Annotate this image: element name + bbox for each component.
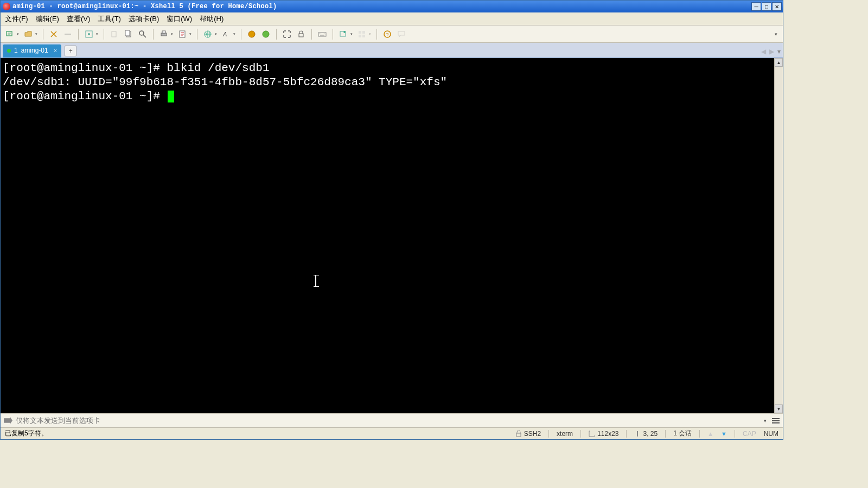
toolbar-separator bbox=[276, 29, 277, 40]
reconnect-button[interactable] bbox=[48, 28, 60, 40]
text-cursor-icon bbox=[315, 275, 316, 287]
download-icon: ▼ bbox=[721, 431, 727, 437]
svg-rect-17 bbox=[359, 31, 361, 34]
fullscreen-button[interactable] bbox=[281, 28, 293, 40]
tab-next-button[interactable]: ▶ bbox=[769, 48, 774, 55]
copy-button[interactable] bbox=[108, 28, 120, 40]
toolbar-separator bbox=[311, 29, 312, 40]
new-tab-button[interactable] bbox=[337, 28, 349, 40]
maximize-button[interactable]: □ bbox=[762, 2, 771, 11]
language-button[interactable] bbox=[202, 28, 214, 40]
send-icon bbox=[4, 417, 12, 425]
send-input[interactable] bbox=[16, 416, 758, 425]
help-button[interactable]: ? bbox=[381, 28, 393, 40]
minimize-button[interactable]: ─ bbox=[751, 2, 761, 11]
svg-text:A: A bbox=[222, 31, 227, 37]
app-window: aming-01 - root@aminglinux-01:~ - Xshell… bbox=[0, 0, 783, 440]
menu-tabs[interactable]: 选项卡(B) bbox=[129, 14, 159, 24]
scroll-track[interactable] bbox=[775, 67, 783, 404]
xftp-button[interactable] bbox=[246, 28, 258, 40]
output-1: /dev/sdb1: UUID="99f9b618-f351-4fbb-8d57… bbox=[3, 76, 447, 88]
vertical-scrollbar[interactable]: ▲ ▼ bbox=[774, 58, 783, 413]
print-button[interactable] bbox=[158, 28, 170, 40]
tab-session-1[interactable]: 1 aming-01 × bbox=[3, 44, 61, 57]
tab-list-button[interactable]: ▾ bbox=[777, 48, 781, 55]
close-button[interactable]: ✕ bbox=[772, 2, 782, 11]
svg-point-6 bbox=[139, 31, 144, 35]
prompt-1: [root@aminglinux-01 ~]# bbox=[3, 62, 167, 74]
toolbar-separator bbox=[43, 29, 43, 40]
toolbar-separator bbox=[376, 29, 377, 40]
status-size: 112x23 bbox=[589, 430, 618, 438]
cursor-pos-icon bbox=[634, 431, 641, 437]
arrange-button[interactable] bbox=[356, 28, 368, 40]
keyboard-button[interactable] bbox=[316, 28, 328, 40]
status-separator bbox=[548, 430, 549, 438]
tab-close-button[interactable]: × bbox=[54, 47, 57, 54]
svg-rect-0 bbox=[7, 31, 12, 36]
disconnect-button[interactable] bbox=[62, 28, 74, 40]
status-separator bbox=[665, 430, 666, 438]
scroll-down-button[interactable]: ▼ bbox=[775, 404, 783, 413]
menu-view[interactable]: 查看(V) bbox=[67, 14, 90, 24]
menu-window[interactable]: 窗口(W) bbox=[167, 14, 192, 24]
svg-text:?: ? bbox=[386, 32, 389, 37]
scroll-up-button[interactable]: ▲ bbox=[775, 58, 783, 67]
app-icon bbox=[3, 3, 10, 10]
toolbar-separator bbox=[104, 29, 104, 40]
status-sessions: 1 会话 bbox=[673, 429, 692, 438]
cmd-1: blkid /dev/sdb1 bbox=[167, 62, 269, 74]
svg-point-2 bbox=[88, 33, 90, 35]
statusbar: 已复制5字符。 SSH2 xterm 112x23 3, 25 1 会话 ▲ ▼… bbox=[1, 427, 783, 439]
connection-status-icon bbox=[7, 49, 11, 53]
cursor-icon bbox=[168, 91, 174, 102]
properties-button[interactable] bbox=[83, 28, 95, 40]
menu-tools[interactable]: 工具(T) bbox=[98, 14, 121, 24]
svg-rect-8 bbox=[162, 31, 165, 33]
status-cap: CAP bbox=[743, 430, 756, 438]
log-button[interactable] bbox=[176, 28, 188, 40]
new-session-button[interactable] bbox=[4, 28, 16, 40]
font-button[interactable]: A bbox=[220, 28, 232, 40]
svg-rect-18 bbox=[362, 31, 365, 34]
lock-button[interactable] bbox=[295, 28, 307, 40]
tab-prev-button[interactable]: ◀ bbox=[761, 48, 766, 55]
status-ssh: SSH2 bbox=[515, 430, 541, 438]
menu-file[interactable]: 文件(F) bbox=[5, 14, 28, 24]
toolbar-overflow-button[interactable]: ▾ bbox=[775, 31, 777, 37]
lock-icon bbox=[515, 431, 522, 437]
toolbar: A ? ▾ bbox=[1, 25, 783, 43]
tab-index: 1 bbox=[14, 47, 18, 54]
svg-point-13 bbox=[263, 31, 269, 37]
add-tab-button[interactable]: + bbox=[65, 46, 76, 56]
terminal[interactable]: [root@aminglinux-01 ~]# blkid /dev/sdb1 … bbox=[1, 58, 774, 413]
xagent-button[interactable] bbox=[260, 28, 272, 40]
svg-rect-14 bbox=[299, 34, 303, 37]
prompt-2: [root@aminglinux-01 ~]# bbox=[3, 90, 167, 102]
tab-label: aming-01 bbox=[21, 47, 48, 54]
menu-edit[interactable]: 编辑(E) bbox=[36, 14, 59, 24]
toolbar-separator bbox=[197, 29, 197, 40]
tab-nav: ◀ ▶ ▾ bbox=[761, 48, 781, 55]
status-separator bbox=[626, 430, 627, 438]
send-menu-button[interactable] bbox=[772, 418, 780, 423]
toolbar-separator bbox=[333, 29, 333, 40]
paste-button[interactable] bbox=[123, 28, 135, 40]
menubar: 文件(F) 编辑(E) 查看(V) 工具(T) 选项卡(B) 窗口(W) 帮助(… bbox=[1, 12, 783, 25]
status-separator bbox=[699, 430, 700, 438]
status-num: NUM bbox=[764, 430, 778, 438]
send-bar: ▾ bbox=[1, 413, 783, 427]
open-session-button[interactable] bbox=[22, 28, 34, 40]
svg-rect-7 bbox=[161, 33, 167, 36]
toolbar-separator bbox=[241, 29, 241, 40]
size-icon bbox=[589, 431, 595, 437]
find-button[interactable] bbox=[137, 28, 149, 40]
send-target-dropdown[interactable]: ▾ bbox=[764, 418, 767, 423]
terminal-wrap: [root@aminglinux-01 ~]# blkid /dev/sdb1 … bbox=[1, 58, 783, 413]
status-term: xterm bbox=[557, 430, 573, 438]
status-separator bbox=[735, 430, 735, 438]
window-title: aming-01 - root@aminglinux-01:~ - Xshell… bbox=[12, 3, 751, 10]
menu-help[interactable]: 帮助(H) bbox=[200, 14, 224, 24]
chat-button[interactable] bbox=[395, 28, 407, 40]
svg-rect-5 bbox=[125, 30, 130, 36]
